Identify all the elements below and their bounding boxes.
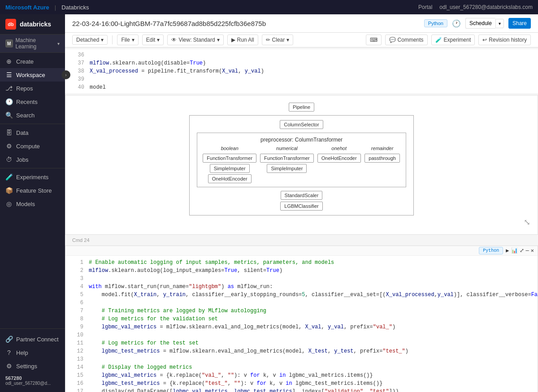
cell-chart-icon[interactable]: 📊 <box>511 247 518 254</box>
revision-button[interactable]: ↩ Revision history <box>478 34 531 45</box>
sidebar-item-experiments[interactable]: 🧪 Experiments <box>0 170 65 184</box>
code-line: 8 # Log metrics for the validation set <box>73 315 530 323</box>
view-button[interactable]: 👁 View: Standard ▾ <box>167 34 223 45</box>
portal-link[interactable]: Portal <box>418 4 432 10</box>
ml-chevron-icon[interactable]: ▾ <box>57 41 60 46</box>
sidebar-item-recents[interactable]: 🕐 Recents <box>0 95 65 108</box>
sidebar-item-label-help: Help <box>16 349 28 356</box>
eye-icon: 👁 <box>171 37 177 43</box>
sidebar-item-feature-store[interactable]: 📦 Feature Store <box>0 184 65 197</box>
user-id: 567280 <box>5 375 60 381</box>
recents-icon: 🕐 <box>5 98 13 105</box>
sidebar-item-compute[interactable]: ⚙ Compute <box>0 139 65 153</box>
ml-section: M Machine Learning ▾ <box>0 34 65 53</box>
sidebar-item-jobs[interactable]: ⏱ Jobs <box>0 153 65 166</box>
experiment-button[interactable]: 🧪 Experiment <box>431 34 475 45</box>
compute-icon: ⚙ <box>5 142 13 150</box>
sidebar-item-label-models: Models <box>16 201 35 207</box>
toolbar-separator-1 <box>112 35 113 44</box>
notebook-content: 36 37 mlflow.sklearn.autolog(disable=Tru… <box>65 47 538 392</box>
content: db databricks M Machine Learning ▾ ⊕ Cre… <box>0 14 538 392</box>
sidebar-item-search[interactable]: 🔍 Search <box>0 108 65 122</box>
schedule-chevron-button[interactable]: ▾ <box>495 19 504 28</box>
clear-button[interactable]: ✏ Clear ▾ <box>262 34 294 45</box>
code-line: 1 # Enable automatic logging of input sa… <box>73 258 530 267</box>
cell-23: 36 37 mlflow.sklearn.autolog(disable=Tru… <box>65 49 538 93</box>
code-line: 37 mlflow.sklearn.autolog(disable=True) <box>74 59 531 67</box>
notebook-header: 22-03-24-16:00-LightGBM-77a7fc59687ad8b8… <box>65 14 538 33</box>
create-icon: ⊕ <box>5 58 13 65</box>
ml-icon: M <box>5 39 13 47</box>
clear-icon: ✏ <box>266 37 270 43</box>
experiments-icon: 🧪 <box>5 173 13 181</box>
sidebar-item-data[interactable]: 🗄 Data <box>0 126 65 139</box>
boolean-col: boolean FunctionTransformer SimpleImpute… <box>203 146 256 183</box>
preprocessor-label: preprocessor: ColumnTransformer <box>203 137 400 143</box>
sidebar-item-repos[interactable]: ⎇ Repos <box>0 82 65 95</box>
cell-minimize-icon[interactable]: — <box>526 248 529 254</box>
file-chevron-icon: ▾ <box>132 37 134 43</box>
sidebar-collapse-btn[interactable]: › <box>61 70 70 79</box>
edit-label: Edit <box>146 37 156 43</box>
app: Microsoft Azure | Databricks Portal odl_… <box>0 0 538 392</box>
sidebar-item-models[interactable]: ◎ Models <box>0 197 65 211</box>
notebook-toolbar: Detached ▾ File ▾ Edit ▾ 👁 View: Standar… <box>65 33 538 47</box>
sidebar-item-label-recents: Recents <box>16 99 38 105</box>
notebook-area: 22-03-24-16:00-LightGBM-77a7fc59687ad8b8… <box>65 14 538 392</box>
sidebar-item-label-settings: Settings <box>16 363 37 370</box>
notebook-title: 22-03-24-16:00-LightGBM-77a7fc59687ad8b8… <box>72 20 420 27</box>
code-line: 12 lgbmc_test_metrics = mlflow.sklearn.e… <box>73 347 530 355</box>
code-line: 38 X_val_processed = pipeline.fit_transf… <box>74 67 531 75</box>
code-line: 16 lgbmc_test_metrics = {k.replace("test… <box>73 379 530 388</box>
sidebar-item-help[interactable]: ? Help <box>0 346 65 359</box>
cell-expand-icon[interactable]: ⤢ <box>520 247 524 254</box>
view-chevron-icon: ▾ <box>217 37 220 43</box>
cell-run-button[interactable]: ▶ <box>506 247 509 254</box>
run-icon: ▶ <box>231 37 235 43</box>
share-button[interactable]: Share <box>508 18 531 29</box>
sidebar-item-label-partner-connect: Partner Connect <box>16 336 59 343</box>
cell-23-content: 36 37 mlflow.sklearn.autolog(disable=Tru… <box>66 49 538 93</box>
comments-button[interactable]: 💬 Comments <box>385 34 428 45</box>
sidebar-item-label-repos: Repos <box>16 85 33 92</box>
top-bar: Microsoft Azure | Databricks Portal odl_… <box>0 0 538 14</box>
code-line: 40 model <box>74 83 531 91</box>
sidebar-item-label-compute: Compute <box>16 143 40 150</box>
revision-label: Revision history <box>489 37 527 43</box>
pipeline-diagram: Pipeline ColumnSelector preprocessor: Co… <box>65 95 538 235</box>
edit-button[interactable]: Edit ▾ <box>142 34 164 45</box>
detached-dropdown[interactable]: Detached ▾ <box>72 35 108 45</box>
sidebar-item-create[interactable]: ⊕ Create <box>0 55 65 68</box>
sidebar-logo: db databricks <box>0 14 65 34</box>
search-icon: 🔍 <box>5 112 13 119</box>
keyboard-button[interactable]: ⌨ <box>366 34 382 45</box>
databricks-label: Databricks <box>61 4 89 11</box>
schedule-main-button[interactable]: Schedule <box>465 18 495 29</box>
run-all-label: Run All <box>237 37 254 43</box>
clear-label: Clear <box>272 37 285 43</box>
models-icon: ◎ <box>5 200 13 207</box>
edit-chevron-icon: ▾ <box>157 37 160 43</box>
run-all-button[interactable]: ▶ Run All <box>227 34 258 45</box>
sidebar-nav: ⊕ Create ☰ Workspace › ⎇ Repos 🕐 Recents <box>0 53 65 212</box>
user-info: 567280 odl_user_567280@d... <box>0 373 65 388</box>
lgbm-classifier-box: LGBMClassifier <box>280 202 322 211</box>
settings-icon: ⚙ <box>5 362 13 370</box>
sidebar-item-workspace[interactable]: ☰ Workspace › <box>0 68 65 82</box>
top-bar-right: Portal odl_user_567280@databrickslabs.co… <box>418 4 533 10</box>
data-icon: 🗄 <box>5 129 13 136</box>
file-button[interactable]: File ▾ <box>117 34 138 45</box>
cell-close-icon[interactable]: ✕ <box>531 247 534 254</box>
language-badge: Python <box>424 19 447 27</box>
experiment-label: Experiment <box>444 37 471 43</box>
cell-24-content: 1 # Enable automatic logging of input sa… <box>65 256 538 392</box>
comments-label: Comments <box>398 37 424 43</box>
code-line: 3 <box>73 275 530 283</box>
azure-logo[interactable]: Microsoft Azure <box>5 4 49 11</box>
expand-icon[interactable]: ⤡ <box>73 217 530 227</box>
ml-label: Machine Learning <box>16 37 55 50</box>
code-line: 2 mlflow.sklearn.autolog(log_input_examp… <box>73 267 530 275</box>
top-bar-separator: | <box>55 4 56 11</box>
sidebar-item-settings[interactable]: ⚙ Settings <box>0 359 65 373</box>
sidebar-item-partner-connect[interactable]: 🔗 Partner Connect <box>0 332 65 346</box>
